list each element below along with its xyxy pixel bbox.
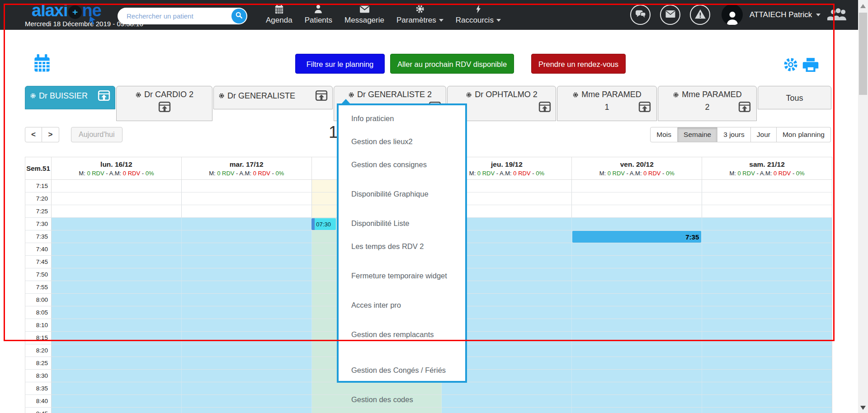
time-slot[interactable]: [182, 205, 312, 217]
time-slot[interactable]: [52, 382, 182, 394]
time-slot[interactable]: [572, 382, 702, 394]
context-menu-item[interactable]: Disponibilité Graphique: [351, 176, 459, 212]
menu-item-messagerie[interactable]: Messagerie: [344, 3, 384, 25]
time-slot[interactable]: [702, 357, 832, 369]
tab-dr-generaliste[interactable]: Dr GENERALISTE: [213, 86, 333, 109]
time-slot[interactable]: [702, 192, 832, 205]
filter-planning-button[interactable]: Filtre sur le planning: [295, 54, 385, 74]
time-slot[interactable]: [182, 281, 312, 293]
time-slot[interactable]: [572, 395, 702, 407]
time-slot[interactable]: [182, 395, 312, 407]
print-icon[interactable]: [802, 57, 819, 75]
context-menu-item[interactable]: Acces inter pro: [351, 294, 459, 317]
time-slot[interactable]: [572, 408, 702, 413]
time-slot[interactable]: [572, 180, 702, 192]
time-slot[interactable]: [52, 332, 182, 344]
time-slot[interactable]: [52, 306, 182, 319]
tab-dr-cardio-2[interactable]: Dr CARDIO 2: [116, 86, 212, 121]
day-header[interactable]: mar. 17/12M: 0 RDV - A.M: 0 RDV - 0%: [182, 157, 312, 179]
users-group-icon[interactable]: [827, 7, 849, 25]
time-slot[interactable]: [182, 382, 312, 394]
time-slot[interactable]: [702, 344, 832, 357]
time-slot[interactable]: [572, 332, 702, 344]
time-slot[interactable]: [182, 319, 312, 331]
time-slot[interactable]: [52, 370, 182, 382]
time-slot[interactable]: [702, 370, 832, 382]
time-slot[interactable]: [702, 332, 832, 344]
time-slot[interactable]: [182, 218, 312, 230]
user-menu[interactable]: ATTAIECH Patrick: [722, 4, 821, 25]
time-slot[interactable]: [182, 357, 312, 369]
time-slot[interactable]: [52, 256, 182, 268]
time-slot[interactable]: [182, 408, 312, 413]
event-07-30[interactable]: 07:30: [311, 218, 336, 230]
mail-button[interactable]: [660, 5, 680, 25]
time-slot[interactable]: [52, 205, 182, 217]
time-slot[interactable]: [702, 268, 832, 281]
time-slot[interactable]: [182, 230, 312, 243]
time-slot[interactable]: [702, 408, 832, 413]
context-menu-item[interactable]: Info praticien: [351, 107, 459, 130]
time-slot[interactable]: [572, 294, 702, 306]
menu-item-agenda[interactable]: Agenda: [266, 3, 292, 25]
time-slot[interactable]: [572, 357, 702, 369]
time-slot[interactable]: [182, 256, 312, 268]
context-menu-item[interactable]: Gestion des remplacants: [351, 317, 459, 352]
time-slot[interactable]: [52, 180, 182, 192]
view-button[interactable]: Mois: [650, 127, 678, 142]
time-slot[interactable]: [52, 192, 182, 205]
time-slot[interactable]: [572, 218, 702, 230]
time-slot[interactable]: [572, 268, 702, 281]
time-slot[interactable]: [182, 268, 312, 281]
time-slot[interactable]: [702, 306, 832, 319]
time-slot[interactable]: [52, 294, 182, 306]
context-menu-item[interactable]: Les temps des RDV 2: [351, 235, 459, 258]
time-slot[interactable]: [572, 281, 702, 293]
prev-week-button[interactable]: <: [25, 127, 42, 142]
day-header[interactable]: lun. 16/12M: 0 RDV - A.M: 0 RDV - 0%: [52, 157, 182, 179]
vertical-scrollbar[interactable]: [858, 0, 868, 413]
tab-mme-paramed-1[interactable]: Mme PARAMED 1: [557, 86, 657, 121]
time-slot[interactable]: [702, 256, 832, 268]
time-slot[interactable]: [572, 243, 702, 255]
time-slot[interactable]: [702, 382, 832, 394]
scrollbar-thumb[interactable]: [859, 13, 867, 95]
time-slot[interactable]: [52, 395, 182, 407]
time-slot[interactable]: [52, 281, 182, 293]
planning-calendar-icon[interactable]: [33, 54, 52, 75]
search-button[interactable]: [231, 9, 246, 23]
time-slot[interactable]: [702, 395, 832, 407]
time-slot[interactable]: [52, 408, 182, 413]
context-menu-item[interactable]: Gestion des consignes: [351, 153, 459, 176]
time-slot[interactable]: [182, 332, 312, 344]
time-slot[interactable]: [572, 319, 702, 331]
time-slot[interactable]: [702, 281, 832, 293]
menu-item-parametres[interactable]: Paramètres: [396, 3, 443, 25]
next-available-rdv-button[interactable]: Aller au prochain RDV disponible: [390, 54, 514, 74]
scroll-down-icon[interactable]: [860, 406, 866, 410]
time-slot[interactable]: [572, 370, 702, 382]
search-input[interactable]: [118, 8, 226, 24]
tab-dr-buissier[interactable]: Dr BUISSIER: [25, 86, 115, 109]
time-slot[interactable]: [702, 319, 832, 331]
context-menu-item[interactable]: Gestion des Congés / Fériés: [351, 352, 459, 388]
time-slot[interactable]: [702, 243, 832, 255]
context-menu-item[interactable]: Disponibilité Liste: [351, 212, 459, 235]
context-menu-item[interactable]: Fermeture temporaire widget: [351, 258, 459, 294]
time-slot[interactable]: [182, 306, 312, 319]
view-button[interactable]: 3 jours: [717, 127, 751, 142]
time-slot[interactable]: [702, 180, 832, 192]
time-slot[interactable]: [572, 306, 702, 319]
event-07-35[interactable]: 7:35: [572, 231, 702, 243]
context-menu-item[interactable]: Gestion des lieux2: [351, 130, 459, 153]
time-slot[interactable]: [572, 256, 702, 268]
tab-mme-paramed-2[interactable]: Mme PARAMED 2: [658, 86, 757, 121]
tab-tous[interactable]: Tous: [758, 86, 831, 109]
time-slot[interactable]: [702, 230, 832, 243]
day-header[interactable]: ven. 20/12M: 0 RDV - A.M: 0 RDV - 0%: [572, 157, 702, 179]
time-slot[interactable]: [182, 370, 312, 382]
time-slot[interactable]: [702, 205, 832, 217]
time-slot[interactable]: [52, 218, 182, 230]
menu-item-patients[interactable]: Patients: [305, 3, 332, 25]
view-button[interactable]: Jour: [751, 127, 777, 142]
